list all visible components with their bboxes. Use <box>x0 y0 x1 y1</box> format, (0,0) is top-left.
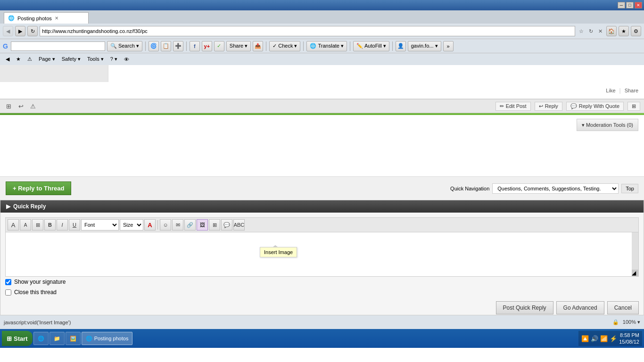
insert-quote-button[interactable]: 💬 <box>221 219 232 230</box>
close-button[interactable]: ✕ <box>635 2 642 8</box>
refresh-button[interactable]: ↻ <box>27 26 38 36</box>
underline-button[interactable]: U <box>69 219 80 230</box>
settings-icon[interactable]: ⚙ <box>631 26 641 36</box>
post-icon-1[interactable]: ⊞ <box>4 101 13 111</box>
toolbar-icon-2[interactable]: 📋 <box>161 41 171 51</box>
google-search-input[interactable] <box>11 41 105 51</box>
close-thread-checkbox[interactable] <box>5 289 11 296</box>
ie-warning[interactable]: ⚠ <box>25 55 35 64</box>
top-button[interactable]: Top <box>621 184 638 193</box>
edit-post-button[interactable]: ✏ Edit Post <box>495 102 531 111</box>
social-icon-2[interactable]: y+ <box>202 41 212 51</box>
toolbar-sep-4 <box>303 41 304 51</box>
minimize-button[interactable]: ─ <box>618 2 625 8</box>
post-warning-icon[interactable]: ⚠ <box>28 101 38 111</box>
toolbar-icon-3[interactable]: ➕ <box>173 41 183 51</box>
check-button[interactable]: ✓ Check ▾ <box>269 41 300 51</box>
quick-reply-section: ▶ Quick Reply A A ⊞ B I U Font Size <box>0 200 644 315</box>
maximize-button[interactable]: □ <box>626 2 634 8</box>
title-bar-buttons[interactable]: ─ □ ✕ <box>618 2 642 8</box>
post-quick-reply-button[interactable]: Post Quick Reply <box>496 301 553 314</box>
status-zoom: 100% ▾ <box>623 319 640 325</box>
google-toolbar: G 🔍 Search ▾ 🌀 📋 ➕ f y+ ✓ Share ▾ 📤 ✓ Ch… <box>0 39 644 53</box>
reply-icon: ↩ <box>539 103 543 109</box>
favorites-button[interactable]: ★ <box>619 26 629 36</box>
browser-tab[interactable]: 🌐 Posting photos ✕ <box>4 12 89 24</box>
mod-tools-button[interactable]: ▾ Moderation Tools (0) <box>577 119 638 131</box>
font-select[interactable]: Font <box>81 219 119 230</box>
reply-button[interactable]: ↩ Reply <box>535 102 562 111</box>
show-signature-checkbox[interactable] <box>5 279 11 285</box>
star-icon[interactable]: ☆ <box>577 27 586 35</box>
quick-nav-label: Quick Navigation <box>450 186 489 191</box>
insert-email-button[interactable]: ✉ <box>172 219 183 230</box>
back-button[interactable]: ◀ <box>3 26 13 36</box>
ie-page-button[interactable]: Page ▾ <box>36 55 58 64</box>
ie-help-button[interactable]: ? ▾ <box>107 55 120 64</box>
tray-icon-2[interactable]: 🔊 <box>591 335 598 342</box>
active-tab-label: Posting photos <box>94 336 129 341</box>
user-avatar[interactable]: 👤 <box>396 41 406 51</box>
home-button[interactable]: 🏠 <box>606 26 617 36</box>
close-small-icon[interactable]: ✕ <box>596 27 604 35</box>
emoji-button[interactable]: ☺ <box>160 219 171 230</box>
google-search-button[interactable]: 🔍 Search ▾ <box>107 41 142 51</box>
user-menu-button[interactable]: gavin.fo... ▾ <box>408 41 441 51</box>
address-bar: ◀ ▶ ↻ ☆ ↻ ✕ 🏠 ★ ⚙ <box>0 24 644 39</box>
reply-to-thread-button[interactable]: + Reply to Thread <box>6 181 71 195</box>
reply-with-quote-button[interactable]: 💬 Reply With Quote <box>566 102 624 111</box>
editor-btn-1[interactable]: A <box>8 219 19 230</box>
taskbar-item-image[interactable]: 🖼️ <box>66 332 81 345</box>
forward-button[interactable]: ▶ <box>15 26 25 36</box>
post-icon-2[interactable]: ↩ <box>16 101 25 111</box>
taskbar-item-active[interactable]: 🌐 Posting photos <box>82 332 133 345</box>
ie-back-small[interactable]: ◀ <box>3 55 12 64</box>
cancel-button[interactable]: Cancel <box>607 301 639 314</box>
facebook-icon[interactable]: f <box>190 41 200 51</box>
share-link[interactable]: Share <box>625 88 638 93</box>
toolbar-sep-1 <box>145 41 146 51</box>
post-toolbar: ⊞ ↩ ⚠ ✏ Edit Post ↩ Reply 💬 Reply With Q… <box>0 99 644 113</box>
editor-resize-handle[interactable]: ◢ <box>632 270 638 276</box>
insert-image-button[interactable]: 🖼 <box>197 219 208 230</box>
tray-network-icon[interactable]: 📶 <box>600 335 608 342</box>
taskbar-item-explorer[interactable]: 📁 <box>50 332 65 345</box>
refresh-small-icon[interactable]: ↻ <box>586 27 595 35</box>
editor-area[interactable]: ◢ <box>5 232 639 277</box>
tab-close-button[interactable]: ✕ <box>55 16 58 21</box>
font-color-button[interactable]: A <box>144 219 156 230</box>
go-advanced-button[interactable]: Go Advanced <box>556 301 604 314</box>
main-content: Like | Share ⊞ ↩ ⚠ ✏ Edit Post ↩ Reply 💬 <box>0 65 644 315</box>
quick-nav-dropdown[interactable]: Questions, Comments, Suggestions, Testin… <box>492 183 619 194</box>
italic-button[interactable]: I <box>57 219 68 230</box>
insert-table-button[interactable]: ⊞ <box>209 219 220 230</box>
share-button[interactable]: Share ▾ <box>226 41 251 51</box>
taskbar-item-ie[interactable]: 🌐 <box>33 332 49 345</box>
size-select[interactable]: Size <box>120 219 143 230</box>
toolbar-icon-1[interactable]: 🌀 <box>149 41 159 51</box>
start-button[interactable]: ⊞ Start <box>2 331 33 346</box>
ie-eye-button[interactable]: 👁 <box>121 55 132 64</box>
autofill-button[interactable]: ✏️ AutoFill ▾ <box>353 41 389 51</box>
spell-check-button[interactable]: ABC <box>233 219 245 230</box>
ie-safety-button[interactable]: Safety ▾ <box>59 55 83 64</box>
quick-nav: Quick Navigation Questions, Comments, Su… <box>450 183 638 194</box>
quick-reply-arrow-icon: ▶ <box>6 203 10 210</box>
ie-tools-button[interactable]: Tools ▾ <box>84 55 107 64</box>
address-input[interactable] <box>40 26 575 36</box>
like-link[interactable]: Like <box>606 88 615 93</box>
editor-btn-3[interactable]: ⊞ <box>32 219 43 230</box>
quick-reply-title: Quick Reply <box>13 203 46 210</box>
insert-link-button[interactable]: 🔗 <box>184 219 196 230</box>
social-icon-3[interactable]: ✓ <box>214 41 224 51</box>
ie-star[interactable]: ★ <box>13 55 24 64</box>
post-more-button[interactable]: ⊞ <box>627 102 640 111</box>
title-bar: ─ □ ✕ <box>0 0 644 10</box>
editor-btn-2[interactable]: A <box>20 219 31 230</box>
toolbar-expand-icon[interactable]: » <box>443 41 454 51</box>
tray-icon-3[interactable]: ⚡ <box>610 335 617 342</box>
translate-button[interactable]: 🌐 Translate ▾ <box>306 41 347 51</box>
tray-icon-1[interactable]: 🔼 <box>581 335 589 342</box>
share-icon-2[interactable]: 📤 <box>253 41 263 51</box>
bold-button[interactable]: B <box>44 219 56 230</box>
